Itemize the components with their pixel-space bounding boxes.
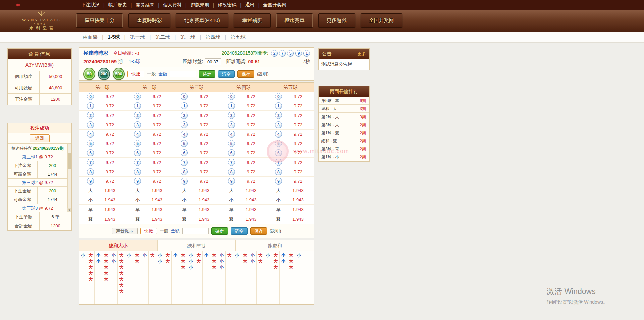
topbar-link[interactable]: 遊戲規則 [187,2,213,8]
subnav-item[interactable]: 兩面盤 [78,34,102,40]
number-odds-cell[interactable]: 99.72 [267,177,314,186]
number-odds-cell[interactable]: 09.72 [173,92,220,101]
number-odds-cell[interactable]: 39.72 [79,120,126,130]
game-button[interactable]: 廣東快樂十分 [76,13,123,28]
number-odds-cell[interactable]: 69.72 [267,148,314,158]
trend-tab[interactable]: 總和單雙 [158,240,236,251]
side-odds-cell[interactable]: 單1.943 [220,205,267,214]
sound-alert-button[interactable]: 声音提示 [112,228,138,234]
topbar-link[interactable]: 個人資料 [159,2,185,8]
number-odds-cell[interactable]: 19.72 [79,101,126,111]
number-odds-cell[interactable]: 09.72 [126,92,173,101]
number-odds-cell[interactable]: 59.72 [267,139,314,148]
side-odds-cell[interactable]: 小1.943 [173,195,220,205]
number-odds-cell[interactable]: 39.72 [126,120,173,130]
number-odds-cell[interactable]: 59.72 [126,139,173,148]
normal-mode-label[interactable]: 一般 [160,228,168,234]
number-odds-cell[interactable]: 99.72 [220,177,267,186]
quick-bet-button[interactable]: 快捷 [127,71,144,77]
back-button[interactable]: 返回 [30,134,50,142]
number-odds-cell[interactable]: 39.72 [173,120,220,130]
topbar-link[interactable]: 退出 [241,2,258,8]
side-odds-cell[interactable]: 大1.943 [220,186,267,195]
clear-button[interactable]: 清空 [218,70,235,78]
side-odds-cell[interactable]: 小1.943 [267,195,314,205]
number-odds-cell[interactable]: 19.72 [220,101,267,111]
game-button[interactable]: 更多遊戲 [318,13,355,28]
side-odds-cell[interactable]: 雙1.943 [79,214,126,224]
number-odds-cell[interactable]: 09.72 [220,92,267,101]
notice-more-link[interactable]: 更多 [357,51,366,57]
scrollbar-thumb[interactable] [68,153,71,169]
number-odds-cell[interactable]: 89.72 [267,167,314,177]
number-odds-cell[interactable]: 59.72 [220,139,267,148]
side-odds-cell[interactable]: 單1.943 [267,205,314,214]
save-button[interactable]: 保存 [250,227,267,235]
subnav-item[interactable]: 第二球 [151,34,174,40]
number-odds-cell[interactable]: 59.72 [79,139,126,148]
trend-tab[interactable]: 龍虎和 [236,240,314,251]
number-odds-cell[interactable]: 89.72 [126,167,173,177]
game-button[interactable]: 幸運飛艇 [234,13,271,28]
side-odds-cell[interactable]: 雙1.943 [220,214,267,224]
side-odds-cell[interactable]: 大1.943 [173,186,220,195]
number-odds-cell[interactable]: 29.72 [220,111,267,120]
number-odds-cell[interactable]: 49.72 [79,130,126,139]
number-odds-cell[interactable]: 69.72 [173,148,220,158]
topbar-link[interactable]: 帳戶歷史 [105,2,131,8]
number-odds-cell[interactable]: 89.72 [79,167,126,177]
chip-500[interactable]: 500 [113,68,125,80]
subnav-item[interactable]: 第五球 [226,34,250,40]
number-odds-cell[interactable]: 79.72 [79,158,126,167]
clear-button[interactable]: 清空 [231,227,248,235]
number-odds-cell[interactable]: 19.72 [267,101,314,111]
number-odds-cell[interactable]: 29.72 [126,111,173,120]
number-odds-cell[interactable]: 69.72 [126,148,173,158]
normal-mode-label[interactable]: 一般 [147,71,156,77]
number-odds-cell[interactable]: 39.72 [267,120,314,130]
number-odds-cell[interactable]: 59.72 [173,139,220,148]
side-odds-cell[interactable]: 大1.943 [79,186,126,195]
quick-bet-button[interactable]: 快捷 [140,228,157,234]
side-odds-cell[interactable]: 雙1.943 [173,214,220,224]
number-odds-cell[interactable]: 29.72 [173,111,220,120]
number-odds-cell[interactable]: 99.72 [79,177,126,186]
current-play-link[interactable]: 1-5球 [129,59,140,65]
slip-scrollbar[interactable]: ▼ [67,144,71,212]
game-button[interactable]: 北京賽車(PK10) [176,13,228,28]
number-odds-cell[interactable]: 19.72 [173,101,220,111]
number-odds-cell[interactable]: 49.72 [126,130,173,139]
subnav-item[interactable]: 第四球 [201,34,225,40]
subnav-item[interactable]: 第一球 [126,34,150,40]
side-odds-cell[interactable]: 單1.943 [173,205,220,214]
chip-50[interactable]: 50 [83,68,95,80]
subnav-item[interactable]: 1-5球 [103,34,124,40]
topbar-link[interactable]: 修改密碼 [214,2,240,8]
number-odds-cell[interactable]: 49.72 [173,130,220,139]
help-note[interactable]: (說明) [257,71,269,77]
game-button[interactable]: 重慶時時彩 [128,13,170,28]
number-odds-cell[interactable]: 89.72 [220,167,267,177]
topbar-link[interactable]: 下注狀況 [77,2,103,8]
number-odds-cell[interactable]: 79.72 [267,158,314,167]
side-odds-cell[interactable]: 小1.943 [79,195,126,205]
confirm-button[interactable]: 確定 [199,70,215,78]
number-odds-cell[interactable]: 29.72 [79,111,126,120]
number-odds-cell[interactable]: 29.72 [267,111,314,120]
number-odds-cell[interactable]: 89.72 [173,167,220,177]
side-odds-cell[interactable]: 雙1.943 [267,214,314,224]
trend-tab[interactable]: 總和大小 [79,240,158,251]
number-odds-cell[interactable]: 09.72 [267,92,314,101]
chip-200[interactable]: 200 [98,68,110,80]
side-odds-cell[interactable]: 小1.943 [220,195,267,205]
amount-input[interactable] [182,228,209,234]
number-odds-cell[interactable]: 49.72 [267,130,314,139]
number-odds-cell[interactable]: 69.72 [220,148,267,158]
number-odds-cell[interactable]: 19.72 [126,101,173,111]
amount-input[interactable] [170,71,196,77]
side-odds-cell[interactable]: 雙1.943 [126,214,173,224]
side-odds-cell[interactable]: 單1.943 [126,205,173,214]
side-odds-cell[interactable]: 大1.943 [267,186,314,195]
side-odds-cell[interactable]: 大1.943 [126,186,173,195]
mute-speaker-icon[interactable] [15,3,20,7]
